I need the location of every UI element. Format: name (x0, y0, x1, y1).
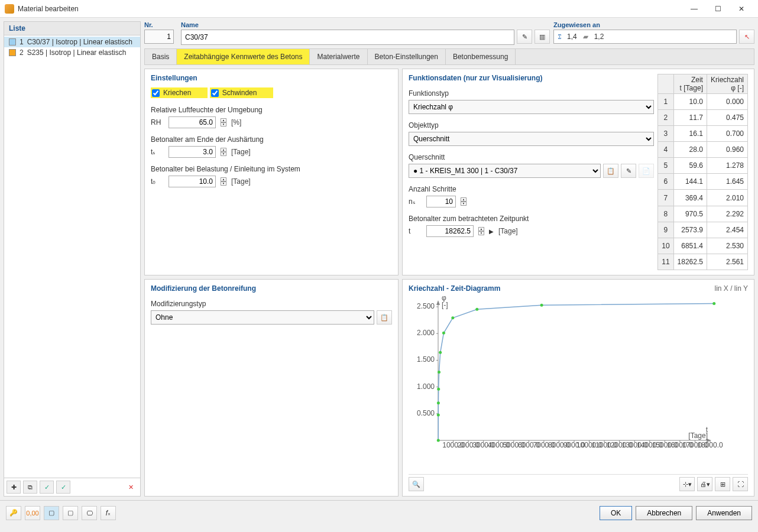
calendar-icon[interactable]: 📋 (603, 164, 618, 178)
tab-concrete-settings[interactable]: Beton-Einstellungen (368, 49, 446, 64)
svg-point-50 (437, 439, 440, 442)
tab-material-values[interactable]: Materialwerte (310, 49, 367, 64)
tab-basis[interactable]: Basis (145, 49, 177, 64)
axes-mode: lin X / lin Y (715, 284, 748, 293)
table-row[interactable]: 211.70.475 (658, 110, 748, 126)
svg-point-57 (451, 316, 454, 319)
spin-down-icon[interactable]: ▼ (461, 202, 467, 206)
help-icon[interactable]: 🔑 (6, 506, 21, 520)
fullscreen-icon[interactable]: ⛶ (733, 477, 748, 491)
export-icon[interactable]: ⊞ (715, 477, 730, 491)
name-input[interactable] (181, 30, 514, 45)
svg-point-55 (439, 351, 442, 354)
color-swatch-icon (9, 38, 16, 46)
edit-qs-icon[interactable]: ✎ (621, 164, 636, 178)
spin-up-icon[interactable]: ▲ (461, 197, 467, 202)
age-label: Betonalter zum betrachteten Zeitpunkt (409, 215, 654, 223)
age-input[interactable] (426, 225, 474, 237)
ts-label: Betonalter am Ende der Aushärtung (151, 135, 392, 144)
view2-icon[interactable]: ▢ (63, 506, 78, 520)
color-swatch-icon (9, 49, 16, 56)
spin-down-icon[interactable]: ▼ (221, 181, 226, 186)
t0-input[interactable] (169, 176, 216, 187)
window-title: Material bearbeiten (18, 5, 682, 13)
rh-symbol: RH (151, 118, 164, 126)
list-item[interactable]: 1 C30/37 | Isotrop | Linear elastisch (4, 37, 140, 47)
steps-input[interactable] (426, 196, 456, 207)
delete-icon[interactable]: ✕ (124, 481, 138, 494)
table-row[interactable]: 316.10.700 (658, 126, 748, 142)
select-icon[interactable]: ↖ (739, 30, 754, 44)
tab-concrete-design[interactable]: Betonbemessung (446, 49, 516, 64)
nr-input[interactable] (144, 30, 174, 44)
data-table: Zeitt [Tage]Kriechzahlφ [-] 110.00.00021… (657, 74, 748, 270)
minimize-button[interactable]: — (682, 1, 706, 17)
spin-up-icon[interactable]: ▲ (221, 177, 226, 181)
settings-section: Einstellungen Kriechen Schwinden Relativ… (144, 69, 399, 275)
axes-icon[interactable]: ⊹▾ (679, 477, 695, 491)
table-row[interactable]: 110.00.000 (658, 94, 748, 110)
table-row[interactable]: 1118262.52.561 (658, 254, 748, 270)
tab-bar: Basis Zeitabhängige Kennwerte des Betons… (144, 48, 754, 65)
monitor-icon[interactable]: 🖵 (82, 506, 97, 520)
list-item[interactable]: 2 S235 | Isotrop | Linear elastisch (4, 47, 140, 58)
ftype-select[interactable]: Kriechzahl φ (409, 100, 654, 114)
t0-unit: [Tage] (231, 177, 251, 186)
spin-up-icon[interactable]: ▲ (221, 148, 226, 152)
table-row[interactable]: 92573.92.454 (658, 222, 748, 238)
maximize-button[interactable]: ☐ (706, 1, 730, 17)
assigned-box[interactable]: Ɪ 1,4 ▰ 1,2 (553, 30, 737, 44)
spin-up-icon[interactable]: ▲ (221, 118, 226, 122)
modif-type-select[interactable]: Ohne (151, 310, 374, 325)
svg-point-59 (540, 304, 543, 307)
titlebar: Material bearbeiten — ☐ ✕ (0, 0, 758, 18)
units-icon[interactable]: 0,00 (25, 506, 40, 520)
tab-time-dependent[interactable]: Zeitabhängige Kennwerte des Betons (177, 49, 310, 64)
svg-text:[Tage]: [Tage] (688, 432, 708, 440)
new-qs-icon[interactable]: 📄 (639, 164, 654, 178)
assigned-val-1: 1,4 (567, 33, 577, 41)
zoom-icon[interactable]: 🔍 (409, 477, 424, 491)
svg-text:1.500: 1.500 (417, 355, 435, 364)
spin-down-icon[interactable]: ▼ (478, 231, 484, 235)
view1-icon[interactable]: ▢ (44, 506, 59, 520)
otype-select[interactable]: Querschnitt (409, 132, 654, 146)
rh-label: Relative Luftfeuchte der Umgebung (151, 106, 392, 114)
svg-text:[-]: [-] (442, 301, 448, 309)
table-row[interactable]: 6144.11.645 (658, 174, 748, 190)
check-icon[interactable]: ✓ (40, 481, 54, 494)
close-button[interactable]: ✕ (730, 1, 753, 17)
apply-button[interactable]: Anwenden (696, 506, 752, 520)
list-item-label: S235 | Isotrop | Linear elastisch (27, 48, 127, 57)
cancel-button[interactable]: Abbrechen (636, 506, 692, 520)
svg-point-53 (437, 388, 440, 391)
table-row[interactable]: 559.61.278 (658, 158, 748, 174)
table-row[interactable]: 7369.42.010 (658, 190, 748, 206)
edit-icon[interactable]: ✎ (517, 30, 532, 44)
function-icon[interactable]: fₓ (101, 506, 116, 520)
spin-up-icon[interactable]: ▲ (478, 227, 484, 231)
copy-icon[interactable]: ⧉ (23, 481, 37, 494)
table-row[interactable]: 428.00.960 (658, 142, 748, 158)
spin-down-icon[interactable]: ▼ (221, 122, 226, 126)
chart-title: Kriechzahl - Zeit-Diagramm (409, 284, 500, 293)
print-icon[interactable]: 🖨▾ (697, 477, 712, 491)
modif-edit-icon[interactable]: 📋 (377, 310, 392, 325)
shrink-checkbox[interactable] (211, 89, 219, 97)
play-icon[interactable]: ▶ (489, 228, 494, 235)
ts-input[interactable] (169, 146, 216, 158)
table-row[interactable]: 8970.52.292 (658, 206, 748, 222)
check2-icon[interactable]: ✓ (56, 481, 70, 494)
qs-select[interactable]: ● 1 - KREIS_M1 300 | 1 - C30/37 (409, 164, 601, 178)
table-row[interactable]: 106851.42.530 (658, 238, 748, 254)
spin-down-icon[interactable]: ▼ (221, 152, 226, 156)
nr-label: Nr. (144, 21, 177, 28)
rh-input[interactable] (169, 116, 216, 128)
svg-marker-2 (436, 300, 440, 305)
creep-checkbox[interactable] (152, 89, 160, 97)
library-icon[interactable]: ▥ (535, 30, 550, 44)
ok-button[interactable]: OK (600, 506, 632, 520)
new-icon[interactable]: ✚ (7, 481, 21, 494)
ts-symbol: tₛ (151, 148, 164, 156)
assigned-label: Zugewiesen an (553, 21, 754, 28)
